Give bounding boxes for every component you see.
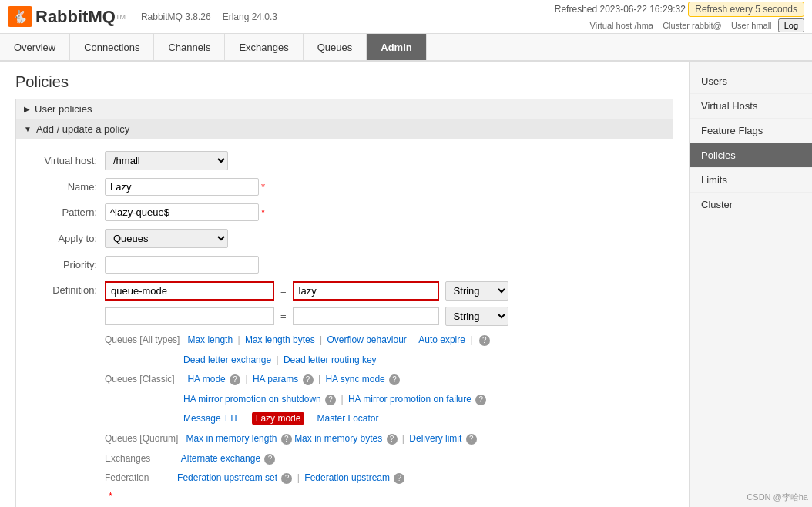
header-right: Refreshed 2023-06-22 16:29:32 Refresh ev… [555,2,804,32]
user-value: hmall [751,21,771,30]
def-key-2[interactable] [105,307,274,325]
virtual-host-label: Virtual host [590,21,632,30]
apply-to-form-label: Apply to: [28,233,105,244]
qs-message-ttl: Message TTL Lazy mode Master Locator [105,411,508,428]
qs-help-2[interactable]: ? [230,374,240,385]
qs-ha-mirror-shutdown[interactable]: HA mirror promotion on shutdown [183,394,321,405]
qs-federation-label: Federation [105,472,175,483]
qs-max-length-bytes[interactable]: Max length bytes [245,334,315,345]
virtual-host-row: Virtual host: /hmall [28,151,661,170]
qs-queues-quorum: Queues [Quorum] Max in memory length ? M… [105,431,508,448]
def-val-2[interactable] [293,307,439,325]
qs-help-8[interactable]: ? [387,434,398,445]
qs-help-1[interactable]: ? [479,335,490,346]
pattern-required: * [261,206,265,218]
def-type-2[interactable]: String Number Boolean List [445,307,508,326]
sidebar-item-policies[interactable]: Policies [690,143,812,168]
pattern-form-label: Pattern: [28,206,105,218]
def-eq-2: = [280,311,287,322]
name-input[interactable] [105,178,259,196]
qs-max-in-memory-length[interactable]: Max in memory length [186,433,277,444]
qs-auto-expire[interactable]: Auto expire [418,334,465,345]
nav-exchanges[interactable]: Exchanges [225,34,303,60]
header-meta: Virtual host /hma Cluster rabbit@ User h… [555,18,804,32]
virtual-host-form-label: Virtual host: [28,155,105,166]
priority-input[interactable] [105,256,259,274]
qs-federation-upstream-set[interactable]: Federation upstream set [177,472,277,483]
cluster-label: Cluster [663,21,690,30]
qs-help-9[interactable]: ? [466,434,477,445]
qs-ha-params[interactable]: HA params [253,374,298,384]
user-policies-label: User policies [35,103,92,115]
qs-ha-sync-mode[interactable]: HA sync mode [325,374,384,384]
erlang-info: Erlang 24.0.3 [223,12,277,22]
qs-dead-letter-exchange[interactable]: Dead letter exchange [183,354,271,365]
user-policies-header[interactable]: ▶ User policies [15,99,673,119]
sidebar-item-cluster[interactable]: Cluster [690,193,812,217]
qs-overflow-behaviour[interactable]: Overflow behaviour [327,334,406,345]
name-row: Name: * [28,178,661,196]
pattern-input[interactable] [105,203,259,221]
qs-help-4[interactable]: ? [389,374,400,385]
def-type-1[interactable]: String Number Boolean List [445,281,508,301]
qs-delivery-limit[interactable]: Delivery limit [409,433,461,444]
qs-dead-letter-routing-key[interactable]: Dead letter routing key [284,354,377,365]
header: 🐇 RabbitMQ TM RabbitMQ 3.8.26 Erlang 24.… [0,0,812,34]
page-title: Policies [15,73,673,91]
sidebar-item-limits[interactable]: Limits [690,168,812,193]
qs-lazy-mode[interactable]: Lazy mode [252,412,305,425]
qs-dead-letter: Dead letter exchange | Dead letter routi… [105,352,508,369]
qs-ha-mode[interactable]: HA mode [187,374,225,384]
qs-queues-quorum-label: Queues [Quorum] [105,433,183,444]
qs-help-6[interactable]: ? [475,395,486,405]
virtual-host-value: /hma [634,21,653,30]
qs-master-locator[interactable]: Master Locator [317,413,378,424]
nav-connections[interactable]: Connections [70,34,154,60]
def-row-1: = String Number Boolean List [105,281,508,301]
qs-help-12[interactable]: ? [394,473,404,484]
qs-queues-classic: Queues [Classic] HA mode ? | HA params ?… [105,371,508,388]
def-val-1[interactable] [293,281,439,301]
refreshed-text: Refreshed 2023-06-22 16:29:32 Refresh ev… [555,2,804,18]
qs-help-10[interactable]: ? [264,454,275,465]
qs-ha-mirror: HA mirror promotion on shutdown ? | HA m… [105,391,508,408]
qs-max-length[interactable]: Max length [187,334,233,345]
pattern-row: Pattern: * [28,203,661,221]
nav-overview[interactable]: Overview [0,34,70,60]
qs-federation: Federation Federation upstream set ? | F… [105,470,508,487]
apply-to-select[interactable]: Queues Exchanges All [105,229,228,248]
qs-max-in-memory-bytes[interactable]: Max in memory bytes [294,433,382,444]
qs-help-11[interactable]: ? [281,473,292,484]
priority-row: Priority: [28,256,661,274]
qs-alternate-exchange[interactable]: Alternate exchange [181,453,260,464]
add-update-label: Add / update a policy [36,123,129,135]
name-form-label: Name: [28,181,105,193]
sidebar-item-virtual-hosts[interactable]: Virtual Hosts [690,94,812,119]
logo-tm: TM [116,13,126,21]
refresh-interval[interactable]: Refresh every 5 seconds [688,2,804,17]
qs-help-5[interactable]: ? [325,395,336,405]
nav-channels[interactable]: Channels [154,34,225,60]
qs-federation-upstream[interactable]: Federation upstream [304,472,390,483]
logo: 🐇 RabbitMQ TM [8,6,126,27]
top-nav: Overview Connections Channels Exchanges … [0,34,812,62]
qs-help-7[interactable]: ? [281,434,292,445]
qs-help-3[interactable]: ? [303,374,314,385]
layout: Policies ▶ User policies ▼ Add / update … [0,62,812,507]
qs-ha-mirror-failure[interactable]: HA mirror promotion on failure [348,394,471,405]
virtual-host-select[interactable]: /hmall [105,151,228,170]
triangle-icon: ▶ [24,105,30,113]
def-key-1[interactable] [105,281,274,301]
definition-form-label: Definition: [28,281,105,296]
qs-message-ttl[interactable]: Message TTL [183,413,240,424]
add-policy-header[interactable]: ▼ Add / update a policy [15,119,673,139]
nav-queues[interactable]: Queues [304,34,367,60]
qs-exchanges-label: Exchanges [105,453,179,464]
sidebar-item-feature-flags[interactable]: Feature Flags [690,119,812,143]
refresh-timestamp: Refreshed 2023-06-22 16:29:32 [555,4,686,15]
nav-admin[interactable]: Admin [367,34,426,60]
logout-button[interactable]: Log [778,18,804,32]
apply-to-row: Apply to: Queues Exchanges All [28,229,661,248]
sidebar-item-users[interactable]: Users [690,69,812,94]
logo-text: RabbitMQ [35,7,116,27]
